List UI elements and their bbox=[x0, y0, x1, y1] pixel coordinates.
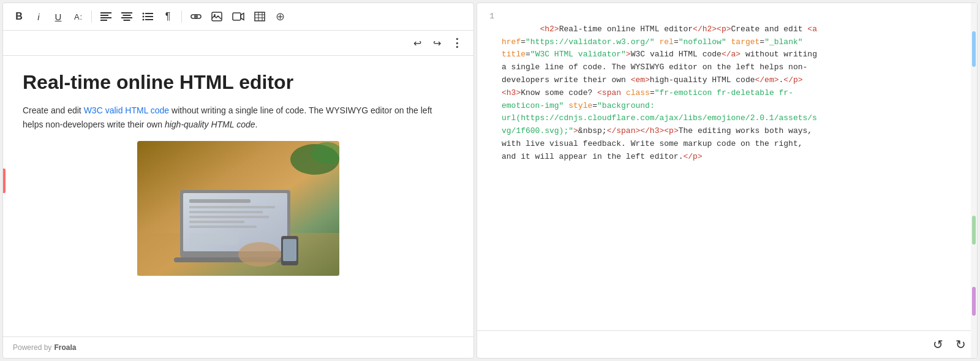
bold-button[interactable]: B bbox=[10, 8, 28, 25]
tag-span-close: </span> bbox=[607, 126, 641, 135]
scrollbar-thumb-2 bbox=[972, 216, 976, 244]
tag-em-open: <em> bbox=[631, 75, 650, 85]
redo-button[interactable]: ↪ bbox=[428, 34, 445, 51]
powered-by-label: Powered by bbox=[13, 343, 51, 352]
tag-a-close-bracket: > bbox=[626, 50, 631, 59]
more-button[interactable]: ⊕ bbox=[271, 8, 288, 25]
list-button[interactable] bbox=[138, 8, 157, 25]
svg-rect-5 bbox=[123, 15, 131, 16]
editor-content-area[interactable]: Real-time online HTML editor Create and … bbox=[3, 56, 473, 336]
attr-class: class bbox=[626, 88, 650, 97]
svg-rect-3 bbox=[100, 20, 107, 21]
rel-value: "nofollow" bbox=[679, 37, 726, 47]
code-editor-bottom-toolbar: ↺ ↻ bbox=[477, 330, 977, 358]
italic-button[interactable]: i bbox=[30, 8, 47, 25]
tag-p2-close: </p> bbox=[683, 152, 702, 161]
p-text-1: Create and edit bbox=[731, 25, 808, 34]
equals-2: = bbox=[674, 37, 679, 47]
tag-span-open: <span bbox=[597, 88, 621, 97]
underline-button[interactable]: U bbox=[50, 8, 67, 25]
svg-point-10 bbox=[143, 16, 145, 18]
align-left-icon bbox=[100, 12, 111, 21]
h2-text: Real-time online HTML editor bbox=[559, 25, 693, 34]
svg-rect-2 bbox=[100, 17, 111, 18]
video-icon bbox=[232, 12, 244, 21]
editor-image bbox=[137, 141, 339, 276]
svg-rect-13 bbox=[145, 19, 153, 20]
code-editor-area[interactable]: 1 <h2>Real-time online HTML editor</h2><… bbox=[477, 3, 977, 330]
attr-title: title bbox=[502, 50, 526, 59]
paragraph-button[interactable]: ¶ bbox=[159, 8, 176, 25]
style-value: "background: bbox=[597, 101, 655, 110]
tag-h2-open: <h2> bbox=[540, 25, 559, 34]
svg-point-12 bbox=[143, 19, 145, 21]
paragraph-end: . bbox=[255, 120, 258, 129]
svg-rect-1 bbox=[100, 15, 108, 16]
tag-em-close: </em> bbox=[755, 75, 779, 85]
h3-text: Know some code? bbox=[521, 88, 597, 97]
toolbar-separator-2 bbox=[181, 10, 182, 23]
svg-rect-4 bbox=[121, 12, 132, 13]
tag-p-close: </p> bbox=[783, 75, 802, 85]
powered-by-footer: Powered by Froala bbox=[3, 336, 473, 358]
svg-rect-0 bbox=[100, 12, 111, 13]
equals-4: = bbox=[526, 50, 530, 59]
title-value: "W3C HTML validator" bbox=[530, 50, 626, 59]
code-line-1: 1 <h2>Real-time online HTML editor</h2><… bbox=[477, 10, 965, 176]
tag-h2-close: </h2> bbox=[693, 25, 717, 34]
code-editor-panel: 1 <h2>Real-time online HTML editor</h2><… bbox=[477, 2, 978, 359]
attr-style: style bbox=[568, 101, 592, 110]
tag-p-open: <p> bbox=[717, 25, 731, 34]
code-redo-button[interactable]: ↻ bbox=[952, 336, 970, 353]
equals-1: = bbox=[521, 37, 526, 47]
equals-5: = bbox=[650, 88, 655, 97]
svg-rect-35 bbox=[189, 233, 238, 245]
editor-heading: Real-time online HTML editor bbox=[23, 70, 454, 94]
tag-a-open: <a bbox=[807, 25, 817, 34]
w3c-link[interactable]: W3C valid HTML code bbox=[84, 105, 170, 115]
em-text: high-quality HTML code bbox=[650, 75, 755, 85]
align-center-icon bbox=[121, 12, 132, 21]
svg-rect-34 bbox=[189, 226, 257, 228]
fontsize-button[interactable]: A : bbox=[69, 8, 86, 25]
link-button[interactable] bbox=[187, 8, 205, 25]
tag-span-close-bracket: > bbox=[573, 126, 578, 135]
svg-rect-33 bbox=[189, 221, 244, 223]
image-button[interactable] bbox=[208, 8, 226, 25]
editor-image-container bbox=[23, 141, 454, 276]
code-content-1[interactable]: <h2>Real-time online HTML editor</h2><p>… bbox=[502, 10, 965, 176]
style-value-3: vg/1f600.svg);" bbox=[502, 126, 573, 135]
formatting-toolbar: B i U A : bbox=[3, 3, 473, 31]
editor-paragraph: Create and edit W3C valid HTML code with… bbox=[23, 104, 454, 131]
svg-rect-17 bbox=[233, 13, 241, 20]
attr-href: href bbox=[502, 37, 521, 47]
svg-rect-18 bbox=[255, 12, 265, 21]
link-icon bbox=[190, 13, 202, 20]
svg-rect-6 bbox=[121, 17, 132, 18]
code-undo-button[interactable]: ↺ bbox=[929, 336, 947, 353]
nbsp-text: &nbsp; bbox=[578, 126, 607, 135]
svg-rect-11 bbox=[145, 16, 153, 17]
scrollbar-thumb-1 bbox=[972, 31, 976, 67]
align-center-button[interactable] bbox=[118, 8, 136, 25]
video-button[interactable] bbox=[228, 8, 248, 25]
equals-3: = bbox=[760, 37, 764, 47]
svg-rect-39 bbox=[283, 239, 296, 261]
paragraph-prefix: Create and edit bbox=[23, 105, 84, 115]
list-icon bbox=[142, 12, 153, 21]
target-value: "_blank" bbox=[764, 37, 802, 47]
menu-button[interactable]: ⋮ bbox=[448, 34, 466, 51]
svg-rect-29 bbox=[189, 199, 251, 203]
left-accent bbox=[3, 169, 6, 193]
froala-brand: Froala bbox=[54, 343, 76, 352]
toolbar-separator-1 bbox=[91, 10, 92, 23]
line-number-1: 1 bbox=[477, 10, 502, 176]
svg-rect-31 bbox=[189, 211, 263, 213]
style-value-2: url(https://cdnjs.cloudflare.com/ajax/li… bbox=[502, 113, 817, 123]
attr-target: target bbox=[731, 37, 760, 47]
undo-button[interactable]: ↩ bbox=[409, 34, 426, 51]
table-button[interactable] bbox=[251, 8, 269, 25]
scrollbar-track[interactable] bbox=[971, 3, 977, 358]
align-left-button[interactable] bbox=[97, 8, 115, 25]
svg-rect-9 bbox=[145, 13, 153, 14]
